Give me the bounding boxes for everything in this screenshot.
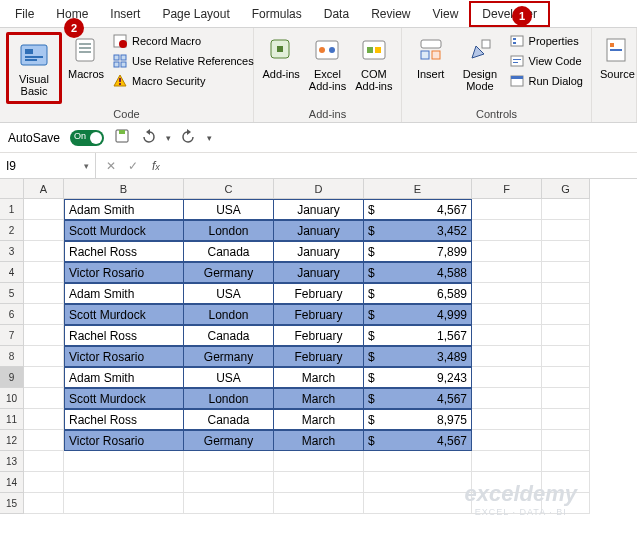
column-header-A[interactable]: A bbox=[24, 179, 64, 199]
cell[interactable]: $8,975 bbox=[364, 409, 472, 430]
cell[interactable]: Canada bbox=[184, 325, 274, 346]
tab-page-layout[interactable]: Page Layout bbox=[151, 3, 240, 25]
cell[interactable] bbox=[542, 220, 590, 241]
enter-formula-icon[interactable]: ✓ bbox=[128, 159, 138, 173]
cell[interactable] bbox=[64, 493, 184, 514]
cell[interactable] bbox=[542, 409, 590, 430]
cell[interactable] bbox=[472, 283, 542, 304]
cell[interactable] bbox=[274, 493, 364, 514]
cell[interactable]: February bbox=[274, 325, 364, 346]
row-header[interactable]: 6 bbox=[0, 304, 24, 325]
cell[interactable] bbox=[542, 199, 590, 220]
cell[interactable] bbox=[542, 325, 590, 346]
cell[interactable] bbox=[472, 241, 542, 262]
cell[interactable]: Rachel Ross bbox=[64, 325, 184, 346]
cell[interactable]: Victor Rosario bbox=[64, 346, 184, 367]
cell[interactable] bbox=[542, 304, 590, 325]
cell[interactable]: January bbox=[274, 241, 364, 262]
cell[interactable] bbox=[24, 493, 64, 514]
cell[interactable] bbox=[24, 283, 64, 304]
cell[interactable] bbox=[542, 262, 590, 283]
cell[interactable]: Germany bbox=[184, 430, 274, 451]
cell[interactable] bbox=[24, 220, 64, 241]
tab-review[interactable]: Review bbox=[360, 3, 421, 25]
cell[interactable]: March bbox=[274, 388, 364, 409]
cell[interactable] bbox=[472, 451, 542, 472]
cell[interactable] bbox=[24, 262, 64, 283]
cell[interactable] bbox=[64, 472, 184, 493]
cell[interactable]: Adam Smith bbox=[64, 199, 184, 220]
column-header-F[interactable]: F bbox=[472, 179, 542, 199]
row-header[interactable]: 7 bbox=[0, 325, 24, 346]
cell[interactable]: Rachel Ross bbox=[64, 241, 184, 262]
cell[interactable]: Victor Rosario bbox=[64, 262, 184, 283]
name-box-chevron-icon[interactable]: ▾ bbox=[84, 161, 89, 171]
save-icon[interactable] bbox=[114, 128, 130, 147]
cell[interactable]: $4,567 bbox=[364, 199, 472, 220]
row-header[interactable]: 11 bbox=[0, 409, 24, 430]
cell[interactable]: London bbox=[184, 388, 274, 409]
cell[interactable]: Victor Rosario bbox=[64, 430, 184, 451]
cell[interactable]: January bbox=[274, 262, 364, 283]
cell[interactable]: London bbox=[184, 220, 274, 241]
cell[interactable] bbox=[184, 493, 274, 514]
cell[interactable] bbox=[274, 472, 364, 493]
row-header[interactable]: 4 bbox=[0, 262, 24, 283]
redo-icon[interactable] bbox=[181, 128, 197, 147]
cell[interactable] bbox=[24, 451, 64, 472]
cell[interactable] bbox=[24, 304, 64, 325]
cell[interactable]: $4,567 bbox=[364, 430, 472, 451]
source-button[interactable]: Source bbox=[598, 32, 637, 82]
column-header-G[interactable]: G bbox=[542, 179, 590, 199]
macros-button[interactable]: Macros bbox=[66, 32, 106, 82]
tab-insert[interactable]: Insert bbox=[99, 3, 151, 25]
cell[interactable] bbox=[472, 388, 542, 409]
row-header[interactable]: 9 bbox=[0, 367, 24, 388]
cell[interactable]: USA bbox=[184, 283, 274, 304]
tab-view[interactable]: View bbox=[422, 3, 470, 25]
cell[interactable]: Adam Smith bbox=[64, 283, 184, 304]
cell[interactable]: USA bbox=[184, 367, 274, 388]
row-header[interactable]: 1 bbox=[0, 199, 24, 220]
formula-bar-input[interactable] bbox=[164, 153, 637, 178]
tab-formulas[interactable]: Formulas bbox=[241, 3, 313, 25]
tab-file[interactable]: File bbox=[4, 3, 45, 25]
cell[interactable]: Scott Murdock bbox=[64, 304, 184, 325]
cell[interactable] bbox=[472, 325, 542, 346]
excel-addins-button[interactable]: Excel Add-ins bbox=[306, 32, 348, 94]
cell[interactable] bbox=[472, 199, 542, 220]
use-relative-references-button[interactable]: Use Relative References bbox=[110, 52, 256, 70]
row-header[interactable]: 15 bbox=[0, 493, 24, 514]
cell[interactable] bbox=[364, 493, 472, 514]
cell[interactable]: Germany bbox=[184, 346, 274, 367]
cell[interactable]: $9,243 bbox=[364, 367, 472, 388]
cell[interactable] bbox=[24, 367, 64, 388]
row-header[interactable]: 10 bbox=[0, 388, 24, 409]
cell[interactable] bbox=[472, 220, 542, 241]
cell[interactable]: London bbox=[184, 304, 274, 325]
cell[interactable] bbox=[364, 451, 472, 472]
cell[interactable]: March bbox=[274, 367, 364, 388]
cell[interactable] bbox=[542, 451, 590, 472]
cell[interactable] bbox=[24, 472, 64, 493]
cell[interactable] bbox=[472, 346, 542, 367]
cell[interactable] bbox=[472, 430, 542, 451]
cell[interactable] bbox=[472, 304, 542, 325]
cell[interactable] bbox=[274, 451, 364, 472]
addins-button[interactable]: Add-ins bbox=[260, 32, 302, 82]
cell[interactable] bbox=[542, 346, 590, 367]
fx-icon[interactable]: fx bbox=[148, 159, 164, 173]
column-header-E[interactable]: E bbox=[364, 179, 472, 199]
cell[interactable]: $3,452 bbox=[364, 220, 472, 241]
cell[interactable] bbox=[542, 430, 590, 451]
cell[interactable]: March bbox=[274, 409, 364, 430]
row-header[interactable]: 8 bbox=[0, 346, 24, 367]
name-box[interactable]: I9 ▾ bbox=[0, 153, 96, 178]
cell[interactable]: Scott Murdock bbox=[64, 388, 184, 409]
cell[interactable]: $4,567 bbox=[364, 388, 472, 409]
cell[interactable]: January bbox=[274, 220, 364, 241]
insert-button[interactable]: Insert bbox=[408, 32, 453, 82]
cell[interactable]: Adam Smith bbox=[64, 367, 184, 388]
row-header[interactable]: 14 bbox=[0, 472, 24, 493]
cell[interactable]: $3,489 bbox=[364, 346, 472, 367]
